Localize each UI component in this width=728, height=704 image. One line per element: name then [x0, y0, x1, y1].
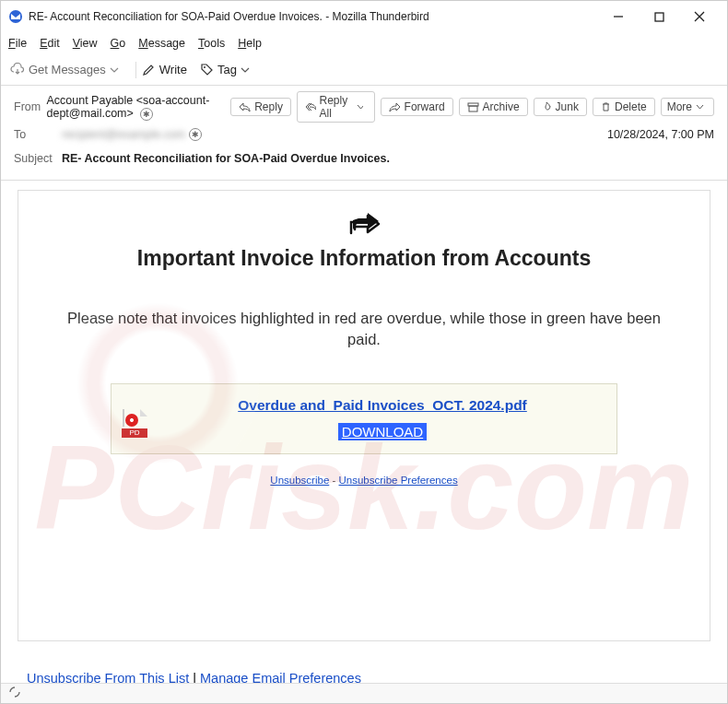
archive-icon — [467, 102, 479, 112]
reply-all-button[interactable]: Reply All — [297, 91, 375, 123]
window-title: RE- Account Reconciliation for SOA-Paid … — [29, 10, 598, 23]
forward-icon — [389, 102, 401, 112]
share-icon — [28, 207, 700, 237]
subject-value: RE- Account Reconciliation for SOA-Paid … — [62, 152, 390, 165]
menu-edit[interactable]: Edit — [40, 37, 60, 50]
from-value: Account Payable <soa-account-dept@mail.c… — [46, 94, 230, 121]
fire-icon — [542, 101, 552, 112]
chevron-down-icon — [110, 65, 119, 75]
app-icon — [8, 9, 23, 24]
contact-badge-icon[interactable]: ✱ — [140, 108, 153, 121]
more-button[interactable]: More — [661, 98, 714, 116]
email-content-card: Important Invoice Information from Accou… — [18, 190, 710, 641]
pdf-file-icon: PD — [123, 410, 147, 438]
separator — [135, 62, 136, 78]
download-button[interactable]: DOWNLOAD — [338, 423, 427, 440]
svg-rect-2 — [655, 13, 663, 21]
to-value: recipient@example.com — [62, 128, 185, 141]
message-body: PCrisk.com Important Invoice Information… — [1, 181, 727, 683]
unsubscribe-link[interactable]: Unsubscribe — [270, 475, 329, 486]
unsubscribe-row: Unsubscribe - Unsubscribe Preferences — [28, 475, 700, 486]
menu-file[interactable]: File — [8, 37, 27, 50]
menu-go[interactable]: Go — [111, 37, 126, 50]
toolbar: Get Messages Write Tag — [1, 54, 727, 86]
tag-button[interactable]: Tag — [200, 63, 253, 76]
chevron-down-icon — [357, 103, 363, 111]
menu-tools[interactable]: Tools — [198, 37, 225, 50]
from-row: From Account Payable <soa-account-dept@m… — [14, 91, 714, 123]
reply-all-icon — [305, 102, 316, 112]
message-headers: From Account Payable <soa-account-dept@m… — [1, 86, 727, 181]
attachment-text: Overdue and_Paid Invoices_OCT. 2024.pdf … — [159, 397, 605, 440]
email-paragraph: Please note that invoices highlighted in… — [65, 308, 663, 350]
get-messages-button[interactable]: Get Messages — [10, 63, 123, 77]
reply-button[interactable]: Reply — [230, 98, 291, 116]
to-label: To — [14, 128, 62, 141]
app-window: RE- Account Reconciliation for SOA-Paid … — [0, 0, 728, 704]
footer-links: Unsubscribe From This List | Manage Emai… — [14, 667, 714, 683]
junk-button[interactable]: Junk — [534, 98, 587, 116]
contact-badge-icon[interactable]: ✱ — [189, 128, 202, 141]
attachment-link[interactable]: Overdue and_Paid Invoices_OCT. 2024.pdf — [238, 397, 527, 413]
trash-icon — [601, 101, 611, 112]
forward-button[interactable]: Forward — [381, 98, 453, 116]
email-title: Important Invoice Information from Accou… — [65, 246, 663, 271]
svg-rect-7 — [469, 106, 477, 111]
subject-label: Subject — [14, 152, 62, 165]
sync-icon[interactable] — [8, 686, 21, 702]
menubar: File Edit View Go Message Tools Help — [1, 32, 727, 54]
attachment-box: PD Overdue and_Paid Invoices_OCT. 2024.p… — [111, 383, 617, 454]
subject-row: Subject RE- Account Reconciliation for S… — [14, 147, 714, 170]
from-label: From — [14, 100, 46, 113]
unsubscribe-prefs-link[interactable]: Unsubscribe Preferences — [339, 475, 458, 486]
to-row: To recipient@example.com ✱ 10/28/2024, 7… — [14, 123, 714, 147]
delete-button[interactable]: Delete — [593, 98, 655, 116]
chevron-down-icon — [241, 65, 250, 75]
reply-icon — [239, 102, 251, 112]
titlebar: RE- Account Reconciliation for SOA-Paid … — [1, 1, 727, 32]
write-button[interactable]: Write — [142, 63, 187, 76]
menu-help[interactable]: Help — [238, 37, 262, 50]
minimize-button[interactable] — [598, 3, 639, 30]
pencil-icon — [142, 63, 156, 76]
message-date: 10/28/2024, 7:00 PM — [607, 128, 714, 141]
statusbar — [1, 683, 727, 703]
chevron-down-icon — [696, 103, 704, 111]
svg-point-5 — [204, 66, 205, 68]
menu-message[interactable]: Message — [138, 37, 185, 50]
footer-manage-prefs-link[interactable]: Manage Email Preferences — [200, 671, 361, 683]
maximize-button[interactable] — [639, 3, 679, 30]
footer-unsubscribe-link[interactable]: Unsubscribe From This List — [27, 671, 189, 683]
menu-view[interactable]: View — [73, 37, 98, 50]
download-cloud-icon — [10, 63, 25, 77]
tag-icon — [200, 63, 214, 76]
header-actions: Reply Reply All Forward Archive Junk Del… — [230, 91, 714, 123]
archive-button[interactable]: Archive — [459, 98, 528, 116]
close-button[interactable] — [679, 3, 720, 30]
